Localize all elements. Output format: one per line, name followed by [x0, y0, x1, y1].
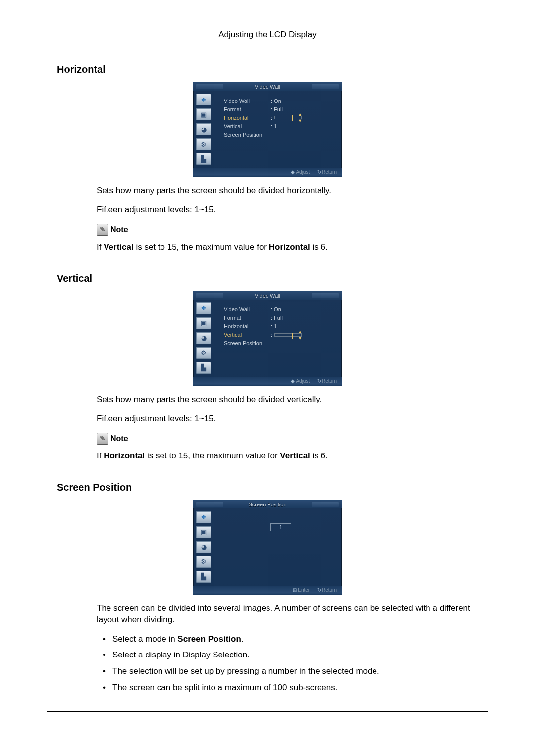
adjust-icon: ◆	[291, 169, 295, 175]
osd-val: : 1	[271, 123, 277, 129]
osd-item-format: Format	[224, 106, 271, 112]
footer-rule	[47, 711, 488, 712]
osd-menu: Video Wall: On Format: Full Horizontal:▲…	[217, 91, 342, 168]
return-icon: ↻	[317, 587, 321, 593]
paragraph: The screen can be divided into several i…	[97, 603, 483, 626]
osd-sidebar: ❖ ▣ ◕ ⚙ ▙	[193, 91, 217, 168]
osd-panel: Video Wall ❖ ▣ ◕ ⚙ ▙ Video Wall: On Form…	[193, 291, 342, 386]
foot-return: Return	[322, 587, 337, 593]
puzzle-icon: ❖	[196, 511, 211, 523]
paragraph: Sets how many parts the screen should be…	[97, 185, 483, 197]
return-icon: ↻	[317, 169, 321, 175]
note-icon: ✎	[97, 433, 108, 445]
osd-sidebar: ❖ ▣ ◕ ⚙ ▙	[193, 300, 217, 377]
osd-val: :	[271, 115, 272, 121]
osd-menu: 1	[217, 508, 342, 586]
osd-val: : On	[271, 306, 281, 312]
list-item: Select a mode in Screen Position.	[98, 634, 483, 645]
timer-icon: ◕	[196, 332, 211, 344]
timer-icon: ◕	[196, 123, 211, 135]
foot-adjust: Adjust	[296, 169, 310, 175]
settings-icon: ⚙	[196, 138, 211, 150]
osd-val: : On	[271, 98, 281, 104]
display-icon: ▙	[196, 362, 211, 374]
osd-panel: Screen Position ❖ ▣ ◕ ⚙ ▙ 1 ⊞Enter ↻Retu…	[193, 500, 342, 595]
osd-val: : 1	[271, 323, 277, 329]
osd-item-videowall: Video Wall	[224, 98, 271, 104]
osd-position-value: 1	[270, 523, 291, 531]
osd-slider: ▲▼	[274, 116, 302, 119]
adjust-icon: ◆	[291, 378, 295, 384]
timer-icon: ◕	[196, 541, 211, 553]
list-item: The screen can be split into a maximum o…	[98, 682, 483, 694]
paragraph: Fifteen adjustment levels: 1~15.	[97, 413, 483, 425]
note-text: If Horizontal is set to 15, the maximum …	[97, 451, 483, 462]
osd-menu: Video Wall: On Format: Full Horizontal: …	[217, 300, 342, 377]
foot-adjust: Adjust	[296, 378, 310, 384]
paragraph: Sets how many parts the screen should be…	[97, 394, 483, 405]
heading-screen-position: Screen Position	[57, 482, 488, 493]
note-text: If Vertical is set to 15, the maximum va…	[97, 242, 483, 253]
osd-footer: ⊞Enter ↻Return	[193, 586, 342, 595]
osd-screenshot-vertical: Video Wall ❖ ▣ ◕ ⚙ ▙ Video Wall: On Form…	[47, 291, 488, 386]
osd-item-vertical: Vertical	[224, 332, 271, 338]
foot-enter: Enter	[298, 587, 310, 593]
osd-item-screenpos: Screen Position	[224, 132, 271, 138]
settings-icon: ⚙	[196, 347, 211, 359]
osd-sidebar: ❖ ▣ ◕ ⚙ ▙	[193, 508, 217, 586]
display-icon: ▙	[196, 153, 211, 165]
osd-footer: ◆Adjust ↻Return	[193, 168, 342, 177]
osd-panel: Video Wall ❖ ▣ ◕ ⚙ ▙ Video Wall: On Form…	[193, 82, 342, 177]
osd-item-screenpos: Screen Position	[224, 340, 271, 346]
osd-item-vertical: Vertical	[224, 123, 271, 129]
osd-screenshot-horizontal: Video Wall ❖ ▣ ◕ ⚙ ▙ Video Wall: On Form…	[47, 82, 488, 177]
note-label: Note	[110, 224, 128, 235]
puzzle-icon: ❖	[196, 302, 211, 314]
bullet-list: Select a mode in Screen Position. Select…	[98, 634, 483, 694]
display-icon: ▙	[196, 571, 211, 583]
heading-horizontal: Horizontal	[57, 64, 488, 75]
osd-screenshot-screenpos: Screen Position ❖ ▣ ◕ ⚙ ▙ 1 ⊞Enter ↻Retu…	[47, 500, 488, 595]
list-item: The selection will be set up by pressing…	[98, 666, 483, 677]
picture-icon: ▣	[196, 108, 211, 120]
return-icon: ↻	[317, 378, 321, 384]
osd-val: : Full	[271, 106, 283, 112]
settings-icon: ⚙	[196, 556, 211, 568]
enter-icon: ⊞	[293, 587, 297, 593]
heading-vertical: Vertical	[57, 273, 488, 284]
osd-title: Screen Position	[193, 501, 342, 508]
paragraph: Fifteen adjustment levels: 1~15.	[97, 204, 483, 216]
note-icon: ✎	[97, 224, 108, 236]
foot-return: Return	[322, 378, 337, 384]
osd-val: :	[271, 332, 272, 338]
page-title: Adjusting the LCD Display	[47, 30, 488, 44]
osd-item-horizontal: Horizontal	[224, 115, 271, 121]
osd-item-horizontal: Horizontal	[224, 323, 271, 329]
note-label: Note	[110, 433, 128, 444]
osd-title: Video Wall	[193, 83, 342, 91]
foot-return: Return	[322, 169, 337, 175]
osd-item-format: Format	[224, 315, 271, 321]
puzzle-icon: ❖	[196, 94, 211, 105]
osd-val: : Full	[271, 315, 283, 321]
osd-item-videowall: Video Wall	[224, 306, 271, 312]
list-item: Select a display in Display Selection.	[98, 650, 483, 661]
osd-slider: ▲▼	[274, 333, 302, 337]
picture-icon: ▣	[196, 526, 211, 538]
osd-title: Video Wall	[193, 292, 342, 300]
picture-icon: ▣	[196, 317, 211, 329]
page: Adjusting the LCD Display Horizontal Vid…	[0, 0, 535, 756]
osd-footer: ◆Adjust ↻Return	[193, 377, 342, 386]
